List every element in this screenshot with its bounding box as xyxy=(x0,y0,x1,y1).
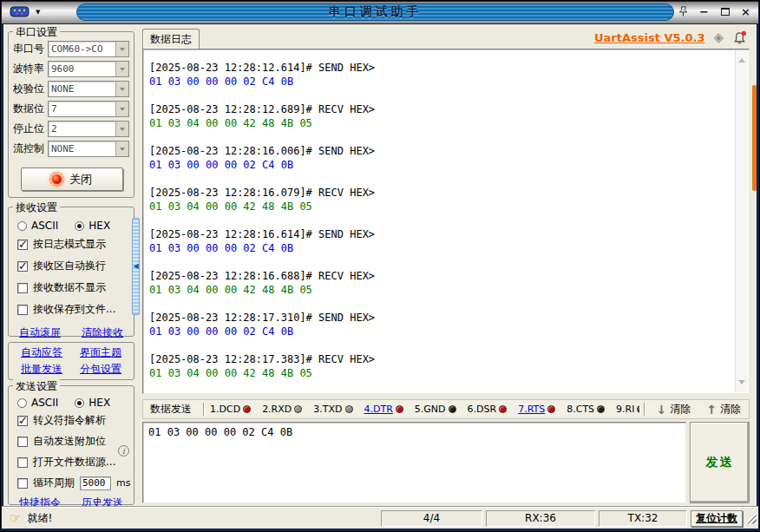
link-send-history[interactable]: 历史发送 xyxy=(82,496,123,506)
maximize-button[interactable] xyxy=(718,5,731,18)
maximize-icon xyxy=(721,8,730,16)
radio-hex-label: HEX xyxy=(88,220,110,232)
send-input[interactable]: 01 03 00 00 00 02 C4 0B xyxy=(142,422,686,503)
pin-label[interactable]: 4.DTR xyxy=(364,404,393,415)
collapse-left-icon: ◀ xyxy=(133,263,138,270)
link-clear-receive[interactable]: 清除接收 xyxy=(82,325,123,340)
checkbox[interactable] xyxy=(17,283,28,293)
chevron-down-icon[interactable] xyxy=(115,42,128,56)
cycle-period-input[interactable] xyxy=(80,476,111,490)
send-toolbar: 数据发送 1.DCD 2.RXD xyxy=(142,399,750,419)
premium-gem-icon[interactable]: ◈ xyxy=(713,30,724,45)
data-log-area[interactable]: [2025-08-23 12:28:12.614]# SEND HEX> 01 … xyxy=(142,49,750,394)
version-link[interactable]: UartAssist V5.0.3 xyxy=(594,31,705,44)
radio-ascii[interactable] xyxy=(17,221,27,231)
close-button[interactable]: × xyxy=(739,5,752,18)
field-label: 波特率 xyxy=(13,62,48,76)
pushpin-icon[interactable] xyxy=(677,5,690,18)
rx-counter-value: RX:36 xyxy=(525,512,556,524)
pin-label[interactable]: 9.RI xyxy=(616,404,634,415)
dropdown-arrow-icon[interactable]: ▼ xyxy=(36,9,40,16)
log-hex-data: 01 03 04 00 00 42 48 4B 05 xyxy=(149,366,728,380)
tool-links-box: 自动应答 界面主题 批量发送 分包设置 xyxy=(8,342,134,380)
combo-box[interactable]: 2 xyxy=(48,121,129,137)
titlebar[interactable]: ▼ 串口调试助手 − × xyxy=(2,2,758,24)
checkbox[interactable] xyxy=(17,261,28,272)
chevron-down-icon[interactable] xyxy=(115,102,128,116)
send-button[interactable]: 发送 xyxy=(690,422,750,503)
pin-indicators: 1.DCD 2.RXD 3.TXD xyxy=(208,404,639,415)
scroll-up-icon[interactable] xyxy=(738,55,745,62)
link-packet-settings[interactable]: 分包设置 xyxy=(80,362,121,377)
minimize-button[interactable]: − xyxy=(698,5,711,18)
radio-ascii-label: ASCII xyxy=(31,397,58,409)
checkbox-row[interactable]: 接收区自动换行 xyxy=(17,259,128,273)
log-timestamp: [2025-08-23 12:28:16.079]# RECV HEX> xyxy=(149,186,728,200)
resize-grip[interactable] xyxy=(745,513,757,524)
pin-label[interactable]: 3.TXD xyxy=(313,404,342,415)
group-title: 接收设置 xyxy=(13,200,60,215)
checkbox-row[interactable]: 接收保存到文件... xyxy=(17,302,128,317)
clear-send-button[interactable]: ↓ 清除 xyxy=(649,402,699,417)
checkbox-row[interactable]: 接收数据不显示 xyxy=(17,280,128,295)
clear-receive-button[interactable]: ↑ 清除 xyxy=(698,402,749,417)
scroll-down-icon[interactable] xyxy=(738,380,745,388)
checkbox[interactable] xyxy=(17,457,28,468)
checkbox[interactable] xyxy=(17,437,28,447)
pin-indicator: 6.DSR xyxy=(468,404,508,415)
bell-icon[interactable] xyxy=(732,30,747,45)
chevron-down-icon[interactable] xyxy=(115,122,128,136)
radio-ascii-label: ASCII xyxy=(31,220,58,232)
pin-label[interactable]: 2.RXD xyxy=(262,404,292,415)
pin-label[interactable]: 7.RTS xyxy=(518,404,545,415)
combo-box[interactable]: COM60->CO xyxy=(48,41,129,57)
radio-ascii[interactable] xyxy=(17,398,27,408)
checkbox-row[interactable]: 自动发送附加位 xyxy=(17,434,128,449)
combo-box[interactable]: 7 xyxy=(48,101,129,117)
checkbox[interactable] xyxy=(17,416,28,426)
link-auto-answer[interactable]: 自动应答 xyxy=(21,345,62,360)
chevron-down-icon[interactable] xyxy=(115,62,128,76)
app-window: ▼ 串口调试助手 − × 串口设置 串口号 xyxy=(0,0,760,532)
checkbox-row[interactable]: 打开文件数据源... xyxy=(17,455,128,470)
receive-format-radios: ASCII HEX xyxy=(17,220,128,232)
panel-splitter[interactable]: ◀ xyxy=(132,218,140,315)
log-entry: [2025-08-23 12:28:16.006]# SEND HEX> 01 … xyxy=(149,144,728,172)
tab-data-log[interactable]: 数据日志 xyxy=(142,29,200,49)
log-hex-data: 01 03 00 00 00 02 C4 0B xyxy=(149,241,728,255)
reset-counters-button[interactable]: 复位计数 xyxy=(691,510,743,527)
checkbox-label: 接收数据不显示 xyxy=(33,280,106,295)
checkbox[interactable] xyxy=(17,240,28,250)
chevron-down-icon[interactable] xyxy=(115,141,128,156)
checkbox[interactable] xyxy=(17,305,28,315)
pin-label[interactable]: 5.GND xyxy=(415,404,446,415)
pin-label[interactable]: 1.DCD xyxy=(210,404,240,415)
radio-hex[interactable] xyxy=(75,398,84,408)
checkbox-row[interactable]: 按日志模式显示 xyxy=(17,237,128,252)
pin-status-icon xyxy=(294,405,302,413)
combo-value: 2 xyxy=(49,122,115,136)
link-quick-commands[interactable]: 快捷指令 xyxy=(19,496,61,506)
combo-box[interactable]: NONE xyxy=(48,141,129,157)
cycle-checkbox[interactable] xyxy=(17,478,28,489)
cycle-label: 循环周期 xyxy=(33,476,75,490)
combo-box[interactable]: NONE xyxy=(48,81,129,97)
chevron-down-icon[interactable] xyxy=(115,82,128,96)
pin-label[interactable]: 6.DSR xyxy=(468,404,497,415)
info-icon[interactable] xyxy=(118,445,129,456)
pin-label[interactable]: 8.CTS xyxy=(567,404,594,415)
radio-hex[interactable] xyxy=(75,221,84,231)
link-batch-send[interactable]: 批量发送 xyxy=(21,362,62,377)
close-port-button[interactable]: 关闭 xyxy=(21,167,123,191)
log-scrollbar[interactable] xyxy=(735,50,748,392)
send-links: 快捷指令 历史发送 xyxy=(19,496,123,506)
combo-box[interactable]: 9600 xyxy=(48,61,129,77)
scroll-position-marker xyxy=(752,85,757,191)
checkbox-row[interactable]: 转义符指令解析 xyxy=(17,413,128,428)
link-ui-theme[interactable]: 界面主题 xyxy=(80,345,121,360)
log-entry: [2025-08-23 12:28:17.383]# RECV HEX> 01 … xyxy=(149,352,728,380)
link-autoscroll[interactable]: 自动滚屏 xyxy=(19,325,61,340)
pin-status-icon xyxy=(547,405,555,413)
app-menu[interactable]: ▼ xyxy=(10,6,40,17)
pin-status-icon xyxy=(243,405,251,413)
